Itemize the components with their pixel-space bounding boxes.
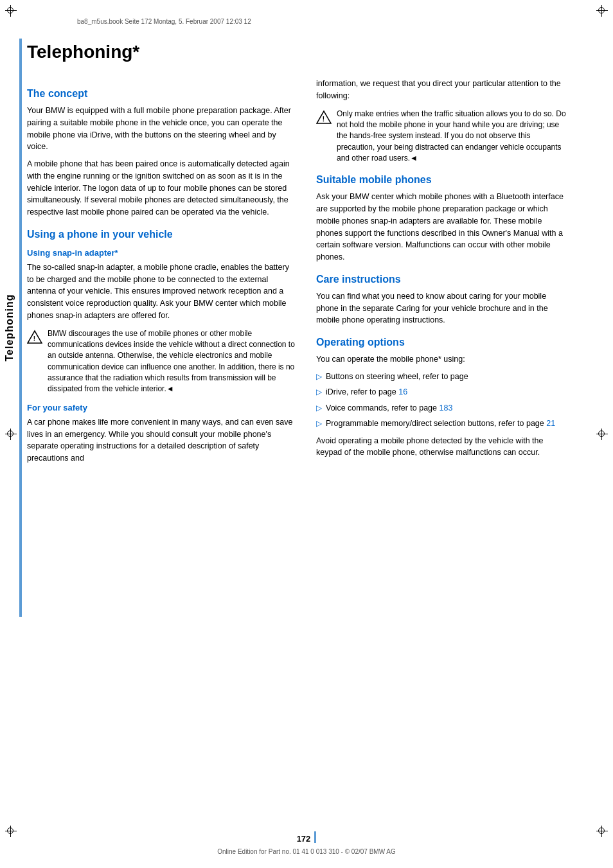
file-ref: ba8_m5us.book Seite 172 Montag, 5. Febru… [77,18,251,25]
blue-accent-bar [19,39,22,617]
memory-page-link[interactable]: 21 [546,419,555,428]
care-instructions-heading: Care instructions [316,274,567,285]
right-col-intro: information, we request that you direct … [316,78,567,102]
concept-para-2: A mobile phone that has been paired once… [27,158,297,218]
safety-para: A car phone makes life more convenient i… [27,416,297,465]
right-warning-box: ! Only make entries when the traffic sit… [316,109,567,164]
right-column: information, we request that you direct … [316,78,567,470]
right-warning-text: Only make entries when the traffic situa… [337,109,567,164]
snap-in-warning-text: BMW discourages the use of mobile phones… [48,328,297,395]
page-title: Telephoning* [27,35,600,62]
using-phone-heading: Using a phone in your vehicle [27,229,297,240]
blue-footer-bar [314,831,316,843]
list-item-memory-text: Programmable memory/direct selection but… [326,418,555,429]
snap-in-heading: Using snap-in adapter* [27,248,297,258]
svg-text:!: ! [33,335,35,342]
operating-options-list: ▷ Buttons on steering wheel, refer to pa… [316,371,567,430]
list-item-idrive: ▷ iDrive, refer to page 16 [316,386,567,398]
warning-icon-snap-in: ! [27,330,42,345]
page-container: ba8_m5us.book Seite 172 Montag, 5. Febru… [0,0,613,868]
svg-text:!: ! [323,116,324,123]
list-item-voice: ▷ Voice commands, refer to page 183 [316,402,567,414]
page-num-line: 172 [297,831,317,846]
suitable-phones-heading: Suitable mobile phones [316,174,567,186]
bullet-arrow-1: ▷ [316,371,322,382]
list-item-steering: ▷ Buttons on steering wheel, refer to pa… [316,371,567,382]
idrive-page-link[interactable]: 16 [398,387,407,396]
page-number: 172 [297,834,311,844]
operating-options-heading: Operating options [316,337,567,348]
voice-page-link[interactable]: 183 [439,403,452,412]
list-item-memory: ▷ Programmable memory/direct selection b… [316,418,567,429]
footer-note: Online Edition for Part no. 01 41 0 013 … [217,848,396,855]
snap-in-warning-box: ! BMW discourages the use of mobile phon… [27,328,297,395]
operating-options-closing: Avoid operating a mobile phone detected … [316,435,567,459]
reg-mark-tl [5,5,17,17]
care-instructions-para: You can find what you need to know about… [316,290,567,326]
list-item-idrive-text: iDrive, refer to page 16 [326,386,407,398]
sidebar-label: Telephoning [4,294,15,362]
sidebar-tab: Telephoning [0,39,19,617]
concept-para-1: Your BMW is equipped with a full mobile … [27,105,297,153]
bullet-arrow-3: ▷ [316,403,322,414]
concept-heading: The concept [27,88,297,100]
page-footer: 172 Online Edition for Part no. 01 41 0 … [0,831,613,855]
snap-in-para: The so-called snap-in adapter, a mobile … [27,261,297,322]
bullet-arrow-2: ▷ [316,387,322,398]
two-column-layout: The concept Your BMW is equipped with a … [27,78,600,470]
bullet-arrow-4: ▷ [316,418,322,429]
main-content: Telephoning* The concept Your BMW is equ… [27,35,600,829]
list-item-voice-text: Voice commands, refer to page 183 [326,402,452,414]
safety-heading: For your safety [27,403,297,412]
reg-mark-tr [596,5,608,17]
operating-options-intro: You can operate the mobile phone* using: [316,353,567,366]
suitable-phones-para: Ask your BMW center which mobile phones … [316,191,567,263]
left-column: The concept Your BMW is equipped with a … [27,78,297,470]
list-item-steering-text: Buttons on steering wheel, refer to page [326,371,468,382]
warning-icon-right: ! [316,110,332,125]
